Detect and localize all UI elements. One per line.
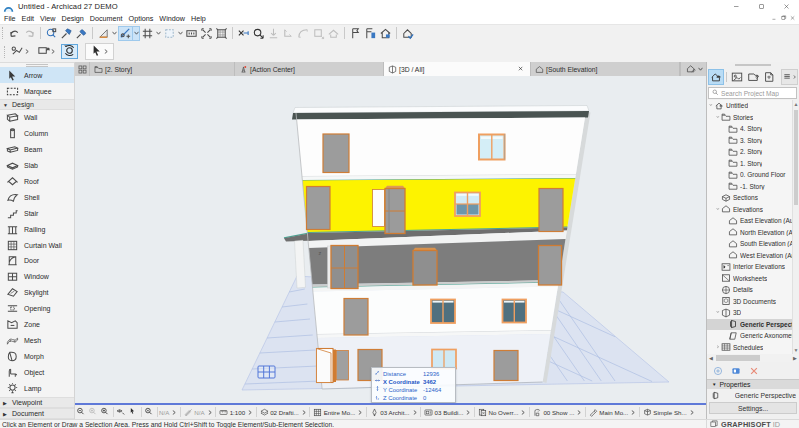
toolbox-section-design[interactable]: ▼ Design [0, 99, 74, 110]
fillet-icon[interactable] [296, 26, 311, 41]
intersect-icon[interactable] [281, 26, 296, 41]
quick-select-icon[interactable] [127, 406, 139, 418]
quick-option-03-buildi[interactable]: 03 Buildi... [423, 405, 473, 419]
dimension-box-icon[interactable] [184, 26, 199, 41]
tree-item[interactable]: 3D [707, 307, 792, 319]
menu-item[interactable]: Document [87, 13, 126, 24]
tree-item[interactable]: Generic Axonometry [707, 330, 792, 342]
teamwork-icon[interactable] [400, 26, 415, 41]
resize-icon[interactable] [311, 26, 326, 41]
zoom-reset-icon[interactable] [143, 406, 155, 418]
tree-item[interactable]: 4. Story [707, 123, 792, 135]
close-icon[interactable] [774, 0, 799, 13]
undo-icon[interactable] [7, 26, 22, 41]
tree-item[interactable]: Schedules [707, 342, 792, 354]
tree-item[interactable]: North Elevation (Aut [707, 227, 792, 239]
quick-option-03-archit[interactable]: 03 Archit... [368, 405, 418, 419]
viewport-3d[interactable]: z [75, 76, 706, 403]
pickup-parameters-icon[interactable] [59, 26, 74, 41]
quick-option-no-overr[interactable]: No Overr... [476, 405, 527, 419]
flyout-arrow-icon[interactable] [24, 49, 30, 54]
toolbox-tool[interactable]: Door [0, 253, 74, 269]
quick-option-02-drafti[interactable]: 02 Drafti... [258, 405, 308, 419]
zoom-in-icon[interactable] [87, 406, 99, 418]
quick-option-simple-sh[interactable]: Simple Sh... [641, 405, 695, 419]
tab-3d-all[interactable]: [3D / All] [384, 62, 531, 76]
tree-item[interactable]: Worksheets [707, 273, 792, 285]
scroll-up-icon[interactable]: ▲ [793, 100, 799, 108]
trim-icon[interactable] [236, 26, 251, 41]
toolbox-tool[interactable]: Curtain Wall [0, 237, 74, 253]
toolbox-tool[interactable]: Object [0, 364, 74, 380]
toolbox-tool[interactable]: Zone [0, 317, 74, 333]
tab-close-icon[interactable] [517, 65, 525, 73]
search-box[interactable]: Search Project Map [708, 87, 797, 99]
tree-item[interactable]: Untitled [707, 100, 792, 112]
scrollbar-thumb[interactable] [716, 355, 760, 361]
tab-2-story[interactable]: [2. Story] [90, 62, 235, 76]
toolbox-tool[interactable]: Lamp [0, 380, 74, 396]
preview-icon[interactable] [115, 406, 127, 418]
home-story-icon[interactable] [378, 26, 393, 41]
tree-item[interactable]: 3D Documents [707, 296, 792, 308]
elevate-icon[interactable] [326, 26, 341, 41]
add-viewpoint-icon[interactable] [712, 365, 723, 376]
tree-item[interactable]: West Elevation (Auto [707, 250, 792, 262]
adjust-icon[interactable] [251, 26, 266, 41]
menu-item[interactable]: Options [126, 13, 157, 24]
toolbox-tool[interactable]: Stair [0, 205, 74, 221]
tree-horizontal-scrollbar[interactable]: ◀ ▶ [707, 354, 799, 362]
tree-item[interactable]: South Elevation (Aut [707, 238, 792, 250]
snap-guides-icon[interactable] [118, 26, 133, 41]
menu-item[interactable]: Edit [19, 13, 37, 24]
scroll-left-icon[interactable]: ◀ [707, 355, 715, 361]
split-icon[interactable] [266, 26, 281, 41]
tree-item[interactable]: 2. Story [707, 146, 792, 158]
tree-item[interactable]: Sections [707, 192, 792, 204]
toolbar-handle[interactable] [4, 46, 8, 58]
view-map-icon[interactable] [729, 69, 745, 85]
properties-header[interactable]: ▼ Properties [707, 379, 799, 389]
toolbox-tool[interactable]: Mesh [0, 332, 74, 348]
flag-icon[interactable] [348, 26, 363, 41]
dropdown-arrow-icon[interactable] [155, 26, 162, 41]
scroll-down-icon[interactable]: ▼ [793, 346, 799, 354]
quick-option-00-show[interactable]: 00 Show ... [531, 405, 583, 419]
toolbox-tool[interactable]: Arrow [0, 67, 74, 83]
dropdown-arrow-icon[interactable] [177, 26, 184, 41]
scroll-right-icon[interactable]: ▶ [791, 355, 799, 361]
menu-item[interactable]: View [37, 13, 58, 24]
tab-south-elevation[interactable]: [South Elevation] [531, 62, 680, 76]
find-select-icon[interactable] [44, 26, 59, 41]
tab-menu-button[interactable] [680, 62, 706, 76]
flyout-arrow-icon[interactable] [50, 49, 56, 54]
graphisoft-id[interactable]: GRAPHISOFT ID [706, 420, 799, 428]
scrollbar-thumb[interactable] [794, 110, 798, 205]
tree-item[interactable]: 1. Story [707, 158, 792, 170]
minimize-icon[interactable] [724, 0, 749, 13]
mdi-minimize-icon[interactable] [772, 15, 778, 22]
snap-grid-icon[interactable] [140, 26, 155, 41]
tree-item[interactable]: Stories [707, 112, 792, 124]
toolbox-tool[interactable]: Shell [0, 189, 74, 205]
tree-item[interactable]: -1. Story [707, 181, 792, 193]
toolbox-tool[interactable]: Morph [0, 348, 74, 364]
toolbar-handle[interactable] [2, 27, 6, 39]
quick-option-entire-mo[interactable]: Entire Mo... [312, 405, 365, 419]
dropdown-arrow-icon[interactable] [133, 26, 140, 41]
toolbox-tool[interactable]: Column [0, 126, 74, 142]
mdi-close-icon[interactable] [790, 15, 796, 22]
toolbox-section[interactable]: ▶ Viewpoint [0, 397, 74, 408]
toolbox-tool[interactable]: Slab [0, 158, 74, 174]
toolbox-tool[interactable]: Beam [0, 142, 74, 158]
quick-option-n-a[interactable]: N/A [182, 405, 213, 419]
settings-button[interactable]: Settings... [709, 402, 797, 414]
zoom-extent-icon[interactable] [99, 406, 111, 418]
menu-item[interactable]: Design [58, 13, 86, 24]
restore-icon[interactable] [749, 0, 774, 13]
tree-item[interactable]: 3. Story [707, 135, 792, 147]
tree-item[interactable]: East Elevation (Auto [707, 215, 792, 227]
toolbox-tool[interactable]: Roof [0, 174, 74, 190]
tab-overview-icon[interactable] [75, 62, 90, 76]
tree-item[interactable]: Generic Perspective [707, 319, 792, 331]
